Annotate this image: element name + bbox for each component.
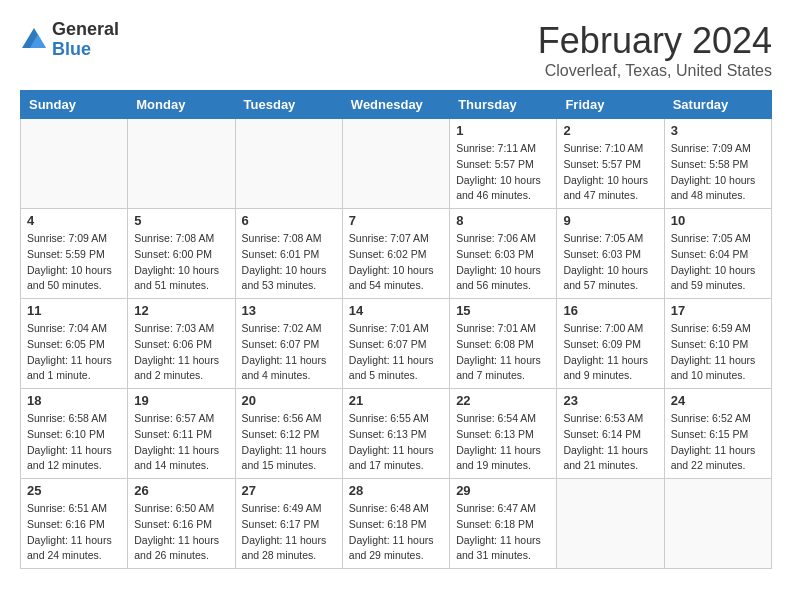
day-info: Sunrise: 7:00 AMSunset: 6:09 PMDaylight:… <box>563 321 657 384</box>
calendar-header-saturday: Saturday <box>664 91 771 119</box>
calendar-cell: 24Sunrise: 6:52 AMSunset: 6:15 PMDayligh… <box>664 389 771 479</box>
day-number: 18 <box>27 393 121 408</box>
calendar-header-friday: Friday <box>557 91 664 119</box>
calendar-cell <box>557 479 664 569</box>
calendar-header-sunday: Sunday <box>21 91 128 119</box>
day-info: Sunrise: 6:53 AMSunset: 6:14 PMDaylight:… <box>563 411 657 474</box>
day-number: 8 <box>456 213 550 228</box>
calendar-cell <box>128 119 235 209</box>
day-info: Sunrise: 7:06 AMSunset: 6:03 PMDaylight:… <box>456 231 550 294</box>
day-info: Sunrise: 7:08 AMSunset: 6:00 PMDaylight:… <box>134 231 228 294</box>
day-number: 13 <box>242 303 336 318</box>
calendar-cell: 14Sunrise: 7:01 AMSunset: 6:07 PMDayligh… <box>342 299 449 389</box>
calendar-cell <box>235 119 342 209</box>
day-number: 16 <box>563 303 657 318</box>
day-info: Sunrise: 7:08 AMSunset: 6:01 PMDaylight:… <box>242 231 336 294</box>
day-number: 6 <box>242 213 336 228</box>
calendar-cell: 25Sunrise: 6:51 AMSunset: 6:16 PMDayligh… <box>21 479 128 569</box>
calendar-cell: 1Sunrise: 7:11 AMSunset: 5:57 PMDaylight… <box>450 119 557 209</box>
day-number: 12 <box>134 303 228 318</box>
calendar-cell: 11Sunrise: 7:04 AMSunset: 6:05 PMDayligh… <box>21 299 128 389</box>
month-title: February 2024 <box>538 20 772 62</box>
day-info: Sunrise: 7:03 AMSunset: 6:06 PMDaylight:… <box>134 321 228 384</box>
calendar-header-row: SundayMondayTuesdayWednesdayThursdayFrid… <box>21 91 772 119</box>
calendar-header-wednesday: Wednesday <box>342 91 449 119</box>
location-title: Cloverleaf, Texas, United States <box>538 62 772 80</box>
calendar-cell <box>664 479 771 569</box>
day-info: Sunrise: 6:56 AMSunset: 6:12 PMDaylight:… <box>242 411 336 474</box>
calendar-cell <box>21 119 128 209</box>
calendar-cell: 28Sunrise: 6:48 AMSunset: 6:18 PMDayligh… <box>342 479 449 569</box>
calendar-cell: 2Sunrise: 7:10 AMSunset: 5:57 PMDaylight… <box>557 119 664 209</box>
day-info: Sunrise: 7:07 AMSunset: 6:02 PMDaylight:… <box>349 231 443 294</box>
day-info: Sunrise: 7:09 AMSunset: 5:59 PMDaylight:… <box>27 231 121 294</box>
calendar-week-row: 4Sunrise: 7:09 AMSunset: 5:59 PMDaylight… <box>21 209 772 299</box>
day-info: Sunrise: 7:04 AMSunset: 6:05 PMDaylight:… <box>27 321 121 384</box>
calendar-table: SundayMondayTuesdayWednesdayThursdayFrid… <box>20 90 772 569</box>
day-info: Sunrise: 7:10 AMSunset: 5:57 PMDaylight:… <box>563 141 657 204</box>
day-number: 5 <box>134 213 228 228</box>
day-number: 22 <box>456 393 550 408</box>
calendar-cell: 21Sunrise: 6:55 AMSunset: 6:13 PMDayligh… <box>342 389 449 479</box>
day-number: 19 <box>134 393 228 408</box>
day-number: 26 <box>134 483 228 498</box>
day-info: Sunrise: 7:09 AMSunset: 5:58 PMDaylight:… <box>671 141 765 204</box>
day-number: 28 <box>349 483 443 498</box>
calendar-cell: 15Sunrise: 7:01 AMSunset: 6:08 PMDayligh… <box>450 299 557 389</box>
calendar-cell: 9Sunrise: 7:05 AMSunset: 6:03 PMDaylight… <box>557 209 664 299</box>
calendar-cell: 26Sunrise: 6:50 AMSunset: 6:16 PMDayligh… <box>128 479 235 569</box>
logo-icon <box>20 26 48 54</box>
day-info: Sunrise: 6:58 AMSunset: 6:10 PMDaylight:… <box>27 411 121 474</box>
calendar-cell <box>342 119 449 209</box>
calendar-cell: 22Sunrise: 6:54 AMSunset: 6:13 PMDayligh… <box>450 389 557 479</box>
calendar-cell: 5Sunrise: 7:08 AMSunset: 6:00 PMDaylight… <box>128 209 235 299</box>
day-number: 9 <box>563 213 657 228</box>
calendar-header-thursday: Thursday <box>450 91 557 119</box>
day-number: 25 <box>27 483 121 498</box>
calendar-cell: 17Sunrise: 6:59 AMSunset: 6:10 PMDayligh… <box>664 299 771 389</box>
calendar-week-row: 11Sunrise: 7:04 AMSunset: 6:05 PMDayligh… <box>21 299 772 389</box>
day-info: Sunrise: 6:49 AMSunset: 6:17 PMDaylight:… <box>242 501 336 564</box>
day-info: Sunrise: 6:54 AMSunset: 6:13 PMDaylight:… <box>456 411 550 474</box>
day-number: 21 <box>349 393 443 408</box>
day-info: Sunrise: 6:55 AMSunset: 6:13 PMDaylight:… <box>349 411 443 474</box>
day-number: 2 <box>563 123 657 138</box>
calendar-cell: 7Sunrise: 7:07 AMSunset: 6:02 PMDaylight… <box>342 209 449 299</box>
calendar-week-row: 25Sunrise: 6:51 AMSunset: 6:16 PMDayligh… <box>21 479 772 569</box>
day-info: Sunrise: 6:48 AMSunset: 6:18 PMDaylight:… <box>349 501 443 564</box>
page-header: General Blue February 2024 Cloverleaf, T… <box>20 20 772 80</box>
calendar-cell: 18Sunrise: 6:58 AMSunset: 6:10 PMDayligh… <box>21 389 128 479</box>
calendar-week-row: 18Sunrise: 6:58 AMSunset: 6:10 PMDayligh… <box>21 389 772 479</box>
logo: General Blue <box>20 20 119 60</box>
day-number: 24 <box>671 393 765 408</box>
day-number: 11 <box>27 303 121 318</box>
day-info: Sunrise: 6:51 AMSunset: 6:16 PMDaylight:… <box>27 501 121 564</box>
day-number: 10 <box>671 213 765 228</box>
logo-blue: Blue <box>52 40 119 60</box>
day-number: 23 <box>563 393 657 408</box>
day-info: Sunrise: 7:02 AMSunset: 6:07 PMDaylight:… <box>242 321 336 384</box>
day-number: 27 <box>242 483 336 498</box>
calendar-cell: 4Sunrise: 7:09 AMSunset: 5:59 PMDaylight… <box>21 209 128 299</box>
calendar-cell: 10Sunrise: 7:05 AMSunset: 6:04 PMDayligh… <box>664 209 771 299</box>
calendar-cell: 12Sunrise: 7:03 AMSunset: 6:06 PMDayligh… <box>128 299 235 389</box>
day-info: Sunrise: 7:05 AMSunset: 6:03 PMDaylight:… <box>563 231 657 294</box>
calendar-cell: 6Sunrise: 7:08 AMSunset: 6:01 PMDaylight… <box>235 209 342 299</box>
calendar-header-monday: Monday <box>128 91 235 119</box>
day-number: 4 <box>27 213 121 228</box>
calendar-cell: 19Sunrise: 6:57 AMSunset: 6:11 PMDayligh… <box>128 389 235 479</box>
calendar-header-tuesday: Tuesday <box>235 91 342 119</box>
title-area: February 2024 Cloverleaf, Texas, United … <box>538 20 772 80</box>
calendar-cell: 3Sunrise: 7:09 AMSunset: 5:58 PMDaylight… <box>664 119 771 209</box>
day-number: 29 <box>456 483 550 498</box>
calendar-week-row: 1Sunrise: 7:11 AMSunset: 5:57 PMDaylight… <box>21 119 772 209</box>
day-info: Sunrise: 7:01 AMSunset: 6:07 PMDaylight:… <box>349 321 443 384</box>
calendar-cell: 20Sunrise: 6:56 AMSunset: 6:12 PMDayligh… <box>235 389 342 479</box>
calendar-cell: 8Sunrise: 7:06 AMSunset: 6:03 PMDaylight… <box>450 209 557 299</box>
day-info: Sunrise: 7:05 AMSunset: 6:04 PMDaylight:… <box>671 231 765 294</box>
calendar-cell: 13Sunrise: 7:02 AMSunset: 6:07 PMDayligh… <box>235 299 342 389</box>
day-info: Sunrise: 6:57 AMSunset: 6:11 PMDaylight:… <box>134 411 228 474</box>
calendar-cell: 16Sunrise: 7:00 AMSunset: 6:09 PMDayligh… <box>557 299 664 389</box>
day-number: 7 <box>349 213 443 228</box>
day-number: 15 <box>456 303 550 318</box>
